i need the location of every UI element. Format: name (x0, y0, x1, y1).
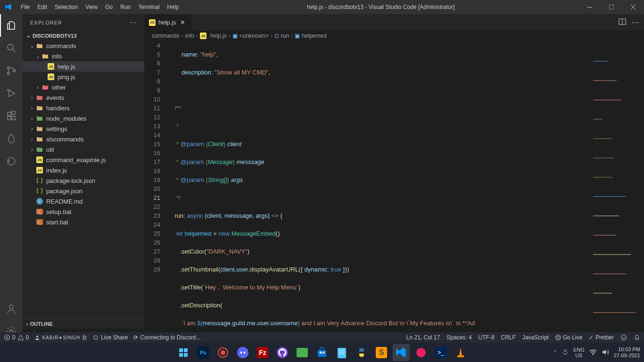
tree-item-setup-bat[interactable]: >_setup.bat (23, 206, 144, 217)
tb-app2-icon[interactable] (413, 344, 429, 361)
tab-close-icon[interactable]: ✕ (179, 19, 187, 26)
minimize-button[interactable] (579, 0, 601, 14)
menu-file[interactable]: File (17, 0, 33, 14)
activity-extensions[interactable] (0, 105, 23, 127)
status-golive[interactable]: Go Live (555, 334, 582, 341)
breadcrumb-info[interactable]: info (185, 33, 194, 39)
status-spaces[interactable]: Spaces: 4 (446, 334, 471, 341)
tree-item-commands[interactable]: ⌄commands (23, 41, 144, 51)
vscode-logo-icon (5, 3, 12, 11)
outline-section[interactable]: › OUTLINE (23, 319, 144, 329)
tree-item-other[interactable]: ›other (23, 82, 144, 92)
breadcrumb-unknown[interactable]: ▣ <unknown> (232, 33, 269, 39)
svg-rect-39 (322, 352, 324, 354)
tb-photoshop-icon[interactable]: Ps (195, 344, 212, 361)
chevron-right-icon: › (26, 321, 28, 327)
activity-explorer[interactable] (0, 14, 23, 37)
horizontal-scrollbar[interactable] (191, 324, 644, 329)
close-button[interactable] (622, 0, 644, 14)
menu-selection[interactable]: Selection (51, 0, 82, 14)
status-encoding[interactable]: UTF-8 (479, 334, 495, 341)
status-bell-icon[interactable] (634, 334, 640, 341)
breadcrumb-helpemed[interactable]: ▣ helpemed (295, 33, 327, 39)
status-liveshare[interactable]: Live Share (92, 334, 128, 341)
tb-store-icon[interactable] (314, 344, 330, 361)
svg-point-33 (237, 347, 248, 358)
tb-powershell-icon[interactable]: >_ (432, 344, 449, 361)
code-editor[interactable]: 4567891011121314151617181920212223242526… (144, 41, 644, 329)
tb-language[interactable]: ENGUS (573, 347, 585, 358)
menu-view[interactable]: View (82, 0, 101, 14)
windows-taskbar: Ps Fz S >_ ⌃ ENGUS 10:03 PM 27-09-2021 (0, 343, 644, 362)
window-title: help.js - discordbotv13 - Visual Studio … (182, 4, 579, 10)
tb-app1-icon[interactable] (294, 344, 311, 361)
tb-vlc-icon[interactable] (452, 344, 469, 361)
tb-mic-icon[interactable] (562, 349, 569, 356)
breadcrumb-run[interactable]: ⊡ run (274, 33, 289, 39)
tab-help-js[interactable]: JS help.js ✕ (144, 14, 192, 31)
split-editor-icon[interactable] (619, 18, 626, 27)
tree-item-package-lock-json[interactable]: package-lock.json (23, 175, 144, 186)
more-actions-icon[interactable]: ⋯ (632, 18, 639, 27)
activity-search[interactable] (0, 37, 23, 59)
svg-rect-28 (184, 348, 188, 352)
tb-discord-icon[interactable] (234, 344, 251, 361)
status-prettier[interactable]: ✓ Prettier (589, 334, 614, 341)
menu-help[interactable]: Help (164, 0, 183, 14)
tb-notepad-icon[interactable] (333, 344, 350, 361)
activity-debug[interactable] (0, 82, 23, 105)
js-file-icon: JS (149, 19, 156, 26)
status-language[interactable]: JavaScript (522, 334, 549, 341)
tb-expand-icon[interactable]: ⌃ (553, 349, 557, 355)
explorer-sidebar: EXPLORER ⋯ ⌄ DISCORDBOTV13 ⌄commands⌄inf… (23, 14, 144, 329)
menu-terminal[interactable]: Terminal (134, 0, 163, 14)
maximize-button[interactable] (601, 0, 622, 14)
activity-source-control[interactable] (0, 59, 23, 82)
tree-item-package-json[interactable]: package.json (23, 186, 144, 196)
tree-item-slscommands[interactable]: ›slscommands (23, 134, 144, 144)
menu-run[interactable]: Run (116, 0, 134, 14)
status-discord[interactable]: ⟳ Connecting to Discord... (133, 334, 200, 341)
tb-vscode-icon[interactable] (393, 344, 410, 361)
tree-item-settings[interactable]: ›settings (23, 123, 144, 134)
activity-liveshare[interactable] (0, 150, 23, 173)
tree-item-node_modules[interactable]: ›node_modules (23, 113, 144, 123)
project-section[interactable]: ⌄ DISCORDBOTV13 (23, 31, 144, 41)
tree-item-info[interactable]: ⌄info (23, 51, 144, 61)
tree-item-events[interactable]: ›events (23, 92, 144, 103)
menu-edit[interactable]: Edit (33, 0, 51, 14)
tree-item-README-md[interactable]: iREADME.md (23, 196, 144, 206)
tree-item-index-js[interactable]: JSindex.js (23, 165, 144, 175)
tree-item-handlers[interactable]: ›handlers (23, 103, 144, 113)
svg-point-44 (416, 348, 426, 357)
status-feedback-icon[interactable] (620, 334, 627, 341)
tb-record-icon[interactable] (215, 344, 231, 361)
code-content[interactable]: name: "help", description: "Show all MY … (168, 41, 644, 329)
tb-python-icon[interactable] (353, 344, 370, 361)
tree-item-util[interactable]: ›util (23, 144, 144, 155)
tb-sublime-icon[interactable]: S (373, 344, 390, 361)
status-user[interactable]: KABIR✦SINGH (34, 335, 87, 340)
tb-wifi-icon[interactable] (589, 349, 597, 356)
status-cursor-position[interactable]: Ln 21, Col 17 (406, 334, 440, 341)
breadcrumb-file[interactable]: JShelp.js (200, 33, 227, 39)
tree-item-start-bat[interactable]: >_start.bat (23, 217, 144, 227)
explorer-more-icon[interactable]: ⋯ (130, 19, 137, 26)
status-eol[interactable]: CRLF (501, 334, 516, 341)
activity-account[interactable] (0, 297, 23, 320)
breadcrumb-commands[interactable]: commands (152, 33, 180, 39)
tb-clock[interactable]: 10:03 PM 27-09-2021 (614, 346, 640, 359)
tree-item-ping-js[interactable]: JSping.js (23, 72, 144, 82)
explorer-title: EXPLORER (30, 20, 62, 25)
tree-item-command_exapmle-js[interactable]: JScommand_exapmle.js (23, 155, 144, 165)
tb-github-icon[interactable] (274, 344, 291, 361)
svg-rect-9 (12, 116, 15, 120)
menu-go[interactable]: Go (101, 0, 116, 14)
activity-mongodb[interactable] (0, 127, 23, 150)
tree-item-help-js[interactable]: JShelp.js (23, 61, 144, 72)
svg-rect-40 (338, 348, 346, 358)
tb-filezilla-icon[interactable]: Fz (254, 344, 271, 361)
tb-start-icon[interactable] (175, 344, 192, 361)
tb-volume-icon[interactable] (602, 349, 609, 356)
status-problems[interactable]: 0 0 (4, 334, 29, 341)
